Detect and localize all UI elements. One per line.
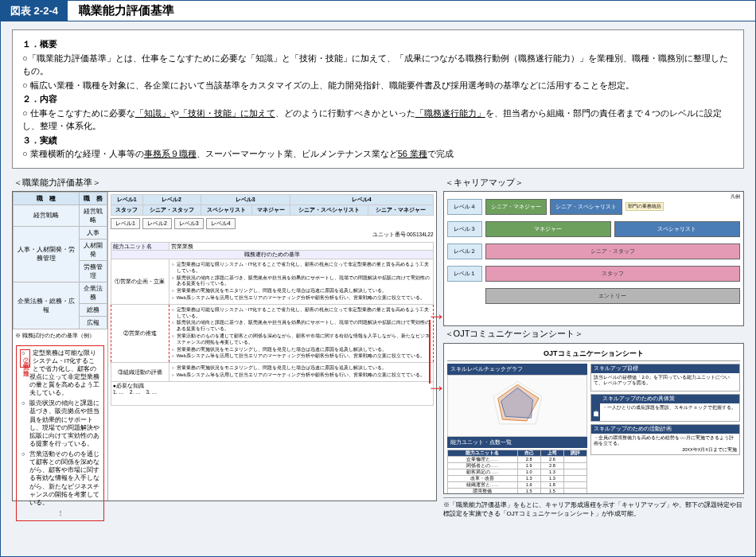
radar-chart-title: スキルレベルチェックグラフ — [447, 364, 588, 375]
ojt-sec-heading: スキルアップのための具体策 — [600, 395, 739, 403]
ojt-body: スキルレベルチェックグラフ 能力ユニット・点数一覧 — [447, 364, 740, 494]
summary-3-heading: ３．実績 — [22, 134, 734, 147]
task-label: ①営業の企画・立案 — [111, 259, 170, 305]
score-table-title: 能力ユニット・点数一覧 — [447, 437, 588, 448]
level-chips: レベル1 レベル2 レベル3 レベル4 — [111, 218, 434, 229]
level-label: レベル４ — [447, 199, 482, 215]
ojt-section: スキルアップのための活動計画 ・全員の環境整備力を高めるため総勢を○○月に実施で… — [590, 424, 740, 456]
role-specialist: スペシャリスト — [614, 221, 740, 237]
sublevel: スタッフ — [111, 204, 143, 215]
unit-number: ユニット番号 00S134L22 — [111, 232, 434, 239]
table-row: 顧客満足の……1.01.3 — [447, 469, 587, 475]
summary-2a: ○ 仕事をこなすために必要な「知識」や「技術・技能」に加えて、どのように行動すべ… — [22, 107, 734, 133]
sublevel: シニア・マネジャー — [368, 204, 433, 215]
table-row: 環境整備1.51.5 — [447, 488, 587, 494]
s3-pre: ○ 業種横断的な経理・人事等の — [22, 149, 144, 158]
level-label: レベル３ — [447, 221, 482, 237]
sublevel: スペシャリスト — [201, 204, 252, 215]
level-header-table: レベル1 レベル2 レベル3 レベル4 スタッフ シニア・スタッフ スペシャリス… — [111, 194, 434, 216]
role-staff: スタッフ — [485, 266, 740, 282]
score-table: 能力ユニット名 自己 上司 講評 企業倫理と……2.82.6 関係者との……1.… — [447, 450, 588, 494]
career-row-entry: エントリー — [447, 286, 740, 306]
summary-1a: ○「職業能力評価基準」とは、仕事をこなすために必要な「知識」と「技術・技能」に加… — [22, 52, 734, 78]
ellipsis-icon: ⋮ — [20, 509, 100, 517]
page-container: 図表 2-2-4 職業能力評価基準 １．概要 ○「職業能力評価基準」とは、仕事を… — [0, 0, 756, 557]
right-column: → → ＜キャリアマップ＞ 凡例 レベル４ シニア・マネジャー シニア・スペシャ… — [443, 175, 744, 518]
ojt-sec-body: ・一人ひとりの成長課題を面談、スキルチェックで把握する。 — [600, 403, 739, 421]
tasks-header: 職務遂行のための基準 — [111, 251, 434, 259]
footnote: ※「職業能力評価基準」をもとに、キャリア形成過程を示す「キャリアマップ」や、部下… — [443, 497, 744, 518]
table-row: 関係者との……1.92.8 — [447, 462, 587, 469]
table-row: 組織運営と……1.61.8 — [447, 481, 587, 488]
s3-post: で完成 — [427, 149, 454, 158]
s3-mid: 、スーパーマーケット業、ビルメンテナンス業など — [197, 149, 398, 158]
sublevel: マネジャー — [252, 204, 290, 215]
table-row: 人事・人材開発・労務管理人事 — [14, 226, 107, 239]
col-unit: 能力ユニット名 — [447, 450, 517, 456]
note-tag: 部門の業務統括 — [625, 202, 664, 211]
career-row-4: レベル４ シニア・マネジャー シニア・スペシャリスト 部門の業務統括 — [447, 197, 740, 217]
unit-name-h: 能力ユニット名 — [111, 242, 170, 251]
red-item: 販売状況の傾向と課題に基づき、販売拠点や担当員を効果的にサポートし、現場での問題… — [23, 399, 100, 448]
col-self: 自己 — [517, 450, 540, 456]
ojt-sec-heading: スキルアップ目標 — [591, 364, 739, 373]
red-item: 定型業務は可能な限りシステム・IT化することで省力化し、顧客の視点に立って非定型… — [23, 349, 100, 398]
ojt-section: スキルアップ目標 該当レベルの目標値「2.0」を下回っている能力ユニットについて… — [590, 364, 740, 391]
role-senior-staff: シニア・スタッフ — [485, 243, 740, 259]
summary-1b: ○ 幅広い業種・職種を対象に、各企業において当該基準をカスタマイズの上、能力開発… — [22, 79, 734, 92]
level-3: レベル3 — [201, 194, 290, 204]
col-jobtype: 職 種 — [14, 192, 80, 204]
red-example-box: ②営業の推進 定型業務は可能な限りシステム・IT化することで省力化し、顧客の視点… — [16, 345, 104, 522]
task-details: 定型業務は可能な限りシステム・IT化することで省力化し、顧客の視点に立って非定型… — [169, 259, 433, 305]
s2-mid1: や — [170, 108, 179, 118]
radar-svg — [448, 376, 587, 436]
chip: レベル3 — [174, 218, 204, 229]
task-details: 営業業務の実施状況をモニタリングし、問題を発見した場合は迅速に原因を追及し解決し… — [169, 363, 433, 382]
table-row: 企業法務・総務・広報企業法務 — [14, 282, 107, 303]
career-row-2: レベル２ シニア・スタッフ — [447, 241, 740, 262]
career-row-3: レベル３ マネジャー スペシャリスト — [447, 219, 740, 240]
blank-row: ●必要な知識1. … 2. … 3. … — [111, 381, 434, 405]
col-job: 職 務 — [80, 192, 107, 204]
level-2: レベル2 — [142, 194, 201, 204]
ojt-right-col: スキルアップ目標 該当レベルの目標値「2.0」を下回っている能力ユニットについて… — [590, 364, 740, 494]
level-label: レベル１ — [447, 266, 482, 282]
task-label: ③組織活動の評価 — [111, 363, 170, 382]
table-row: 改革・改善1.31.3 — [447, 475, 587, 481]
legend-label: 凡例 — [731, 193, 740, 201]
ojt-sec-heading: スキルアップのための活動計画 — [591, 425, 739, 434]
ojt-sheet-title: OJTコミュニケーションシート — [447, 347, 740, 361]
job-category-table: 職 種 職 務 経営戦略経営戦略 人事・人材開発・労務管理人事 人材開発 労務管… — [13, 192, 107, 329]
s2-pre: ○ 仕事をこなすために必要な — [22, 108, 135, 118]
red-item: 営業活動そのものを通じて顧客との関係を深めながら、顧客や市場に関する有効な情報を… — [23, 450, 100, 507]
col-comment: 講評 — [564, 450, 587, 456]
role-senior-specialist: シニア・スペシャリスト — [550, 199, 622, 215]
content-area: １．概要 ○「職業能力評価基準」とは、仕事をこなすために必要な「知識」と「技術・… — [1, 21, 755, 526]
s2-u2: 「技術・技能」 — [179, 108, 240, 118]
career-row-1: レベル１ スタッフ — [447, 263, 740, 284]
career-map-panel: 凡例 レベル４ シニア・マネジャー シニア・スペシャリスト 部門の業務統括 レベ… — [443, 191, 744, 326]
ojt-sec-body: 該当レベルの目標値「2.0」を下回っている能力ユニットについて、レベルアップを図… — [591, 373, 739, 391]
unit-name: 営業業務 — [169, 242, 433, 251]
s2-u3: 「職務遂行能力」 — [415, 108, 485, 118]
left-column: ＜職業能力評価基準＞ 職 種 職 務 経営戦略経営戦略 人事・人材開発・労務管理… — [12, 175, 437, 518]
ojt-sec-body: ・全員の環境整備力を高めるため総勢を○○月に実施できるよう計画を立てる。 20X… — [591, 434, 739, 455]
sublevel: シニア・スタッフ — [142, 204, 201, 215]
chip: レベル2 — [142, 218, 172, 229]
evaluation-panel: 職 種 職 務 経営戦略経営戦略 人事・人材開発・労務管理人事 人材開発 労務管… — [12, 191, 437, 501]
s2-post1: 、どのように行動すべきかといった — [275, 108, 415, 118]
table-row: 企業倫理と……2.82.6 — [447, 456, 587, 462]
career-title: ＜キャリアマップ＞ — [445, 177, 744, 189]
summary-2-heading: ２．内容 — [22, 92, 734, 106]
ojt-sec-vert-label: 環境整備・企画整備 — [591, 395, 600, 421]
role-manager: マネジャー — [485, 221, 611, 237]
unit-table: 能力ユニット名営業業務 職務遂行のための基準 ①営業の企画・立案 定型業務は可能… — [111, 242, 434, 406]
figure-number-label: 図表 2-2-4 — [1, 1, 68, 21]
s2-u1: 「知識」 — [135, 108, 170, 118]
left-section-title: ＜職業能力評価基準＞ — [14, 177, 437, 189]
header-bar: 図表 2-2-4 職業能力評価基準 — [1, 1, 755, 21]
level-label: レベル２ — [447, 243, 482, 259]
ojt-target-date: 20XX年X月X日までに実施 — [594, 447, 737, 453]
s3-u1: 事務系９職種 — [144, 149, 197, 158]
role-senior-manager: シニア・マネジャー — [485, 199, 547, 215]
